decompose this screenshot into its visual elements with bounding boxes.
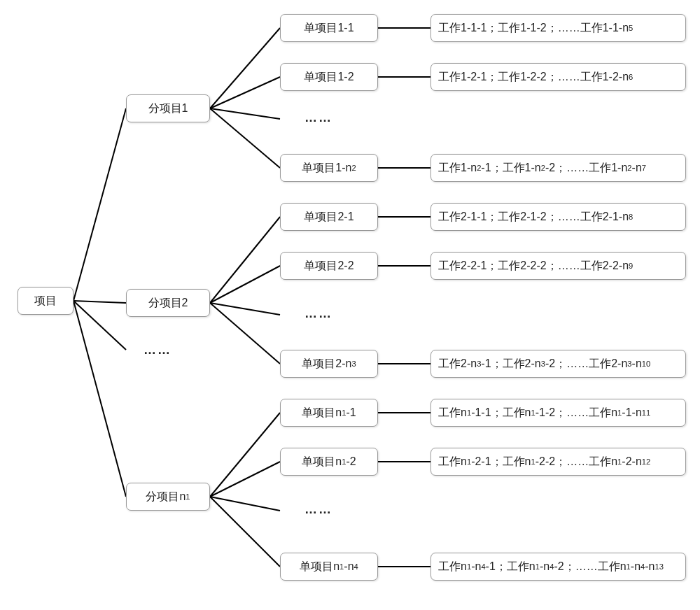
svg-line-6 <box>210 108 280 119</box>
tree-diagram: 项目 分项目1 分项目2 …… 分项目n1 单项目1-1 单项目1-2 …… 单… <box>0 0 700 610</box>
subproject-1: 分项目1 <box>126 94 210 122</box>
work-2-2: 工作2-2-1；工作2-2-2；……工作2-2-n9 <box>430 252 686 280</box>
subproject-ellipsis: …… <box>144 343 172 357</box>
item-2-2: 单项目2-2 <box>280 252 378 280</box>
svg-line-3 <box>74 301 126 497</box>
svg-line-7 <box>210 108 280 168</box>
item-1-ellipsis: …… <box>304 111 332 125</box>
item-1-2: 单项目1-2 <box>280 63 378 91</box>
work-1-2: 工作1-2-1；工作1-2-2；……工作1-2-n6 <box>430 63 686 91</box>
svg-line-9 <box>210 266 280 303</box>
item-1-n2: 单项目1-n2 <box>280 154 378 182</box>
svg-line-10 <box>210 303 280 315</box>
subproject-2: 分项目2 <box>126 289 210 317</box>
item-1-1: 单项目1-1 <box>280 14 378 42</box>
work-n1-2: 工作n1-2-1；工作n1-2-2；……工作n1-2-n12 <box>430 448 686 476</box>
svg-line-13 <box>210 462 280 497</box>
work-2-n3: 工作2-n3-1；工作2-n3-2；……工作2-n3-n10 <box>430 350 686 378</box>
item-2-1: 单项目2-1 <box>280 203 378 231</box>
svg-line-4 <box>210 28 280 108</box>
item-n1-ellipsis: …… <box>304 502 332 517</box>
svg-line-8 <box>210 217 280 303</box>
svg-line-11 <box>210 303 280 364</box>
svg-line-12 <box>210 413 280 497</box>
svg-line-0 <box>74 108 126 301</box>
item-n1-n4: 单项目n1-n4 <box>280 553 378 581</box>
work-1-1: 工作1-1-1；工作1-1-2；……工作1-1-n5 <box>430 14 686 42</box>
work-n1-1: 工作n1-1-1；工作n1-1-2；……工作n1-1-n11 <box>430 399 686 427</box>
item-n1-2: 单项目n1-2 <box>280 448 378 476</box>
work-n1-n4: 工作n1-n4-1；工作n1-n4-2；……工作n1-n4-n13 <box>430 553 686 581</box>
svg-line-14 <box>210 497 280 511</box>
subproject-n1: 分项目n1 <box>126 483 210 511</box>
svg-line-15 <box>210 497 280 567</box>
item-2-n3: 单项目2-n3 <box>280 350 378 378</box>
item-n1-1: 单项目n1-1 <box>280 399 378 427</box>
item-2-ellipsis: …… <box>304 306 332 321</box>
svg-line-2 <box>74 301 126 350</box>
root-node: 项目 <box>18 287 74 315</box>
work-2-1: 工作2-1-1；工作2-1-2；……工作2-1-n8 <box>430 203 686 231</box>
work-1-n2: 工作1-n2-1；工作1-n2-2；……工作1-n2-n7 <box>430 154 686 182</box>
svg-line-5 <box>210 77 280 108</box>
connectors <box>0 0 700 610</box>
svg-line-1 <box>74 301 126 303</box>
